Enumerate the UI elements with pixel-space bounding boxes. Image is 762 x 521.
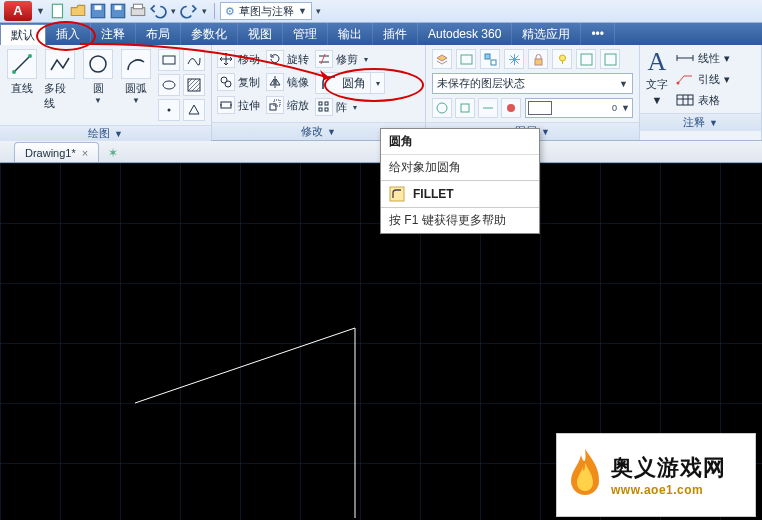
svg-rect-32	[461, 104, 469, 112]
layer-off-icon[interactable]	[552, 49, 572, 69]
arc-icon	[121, 49, 151, 79]
svg-rect-4	[115, 5, 122, 10]
svg-rect-24	[461, 55, 472, 64]
ellipse-icon[interactable]	[158, 74, 180, 96]
region-icon[interactable]	[183, 99, 205, 121]
qat-customize[interactable]: ▾	[314, 6, 323, 16]
rotate-button[interactable]: 旋转	[266, 49, 309, 69]
plot-icon[interactable]	[129, 2, 147, 20]
tab-featured[interactable]: 精选应用	[512, 23, 581, 45]
stretch-button[interactable]: 拉伸	[217, 95, 260, 115]
svg-rect-27	[535, 59, 542, 65]
copy-icon	[217, 73, 235, 91]
app-logo[interactable]: A	[4, 1, 32, 21]
polyline-button[interactable]: 多段线	[44, 49, 76, 111]
ribbon-tabs: 默认 插入 注释 布局 参数化 视图 管理 输出 插件 Autodesk 360…	[0, 23, 762, 45]
polyline-icon	[45, 49, 75, 79]
trim-button[interactable]: 修剪▾	[315, 49, 371, 69]
layer-iso-icon[interactable]	[480, 49, 500, 69]
layer-state-select[interactable]: 未保存的图层状态▼	[432, 73, 633, 94]
line-button[interactable]: 直线	[6, 49, 38, 96]
layer-more-icon[interactable]	[600, 49, 620, 69]
tab-layout[interactable]: 布局	[136, 23, 181, 45]
tooltip-title: 圆角	[381, 129, 539, 155]
new-tab-button[interactable]: ✶	[103, 144, 123, 162]
tab-insert[interactable]: 插入	[46, 23, 91, 45]
tab-output[interactable]: 输出	[328, 23, 373, 45]
tab-view[interactable]: 视图	[238, 23, 283, 45]
point-icon[interactable]	[158, 99, 180, 121]
mirror-button[interactable]: 镜像	[266, 72, 309, 92]
watermark-url: www.aoe1.com	[611, 483, 726, 497]
close-tab-icon[interactable]: ×	[82, 147, 88, 159]
mirror-icon	[266, 73, 284, 91]
layer-match-icon[interactable]	[576, 49, 596, 69]
svg-rect-23	[325, 108, 328, 111]
watermark: 奥义游戏网 www.aoe1.com	[556, 433, 756, 517]
tab-default[interactable]: 默认	[0, 24, 46, 45]
text-button[interactable]: A 文字 ▼	[646, 49, 668, 109]
array-button[interactable]: 阵▾	[315, 97, 360, 117]
tab-parametric[interactable]: 参数化	[181, 23, 238, 45]
layer-freeze-icon[interactable]	[504, 49, 524, 69]
fillet-button[interactable]: 圆角	[315, 72, 371, 94]
leader-button[interactable]: 引线▾	[676, 70, 730, 88]
layer-current-select[interactable]: 0 ▼	[525, 98, 633, 118]
table-icon	[676, 93, 694, 107]
gear-icon: ⚙	[225, 5, 235, 18]
svg-point-34	[677, 82, 680, 85]
undo-icon[interactable]	[149, 2, 167, 20]
tooltip-help: 按 F1 键获得更多帮助	[381, 207, 539, 233]
layer-prop-4[interactable]	[501, 98, 521, 118]
svg-rect-19	[274, 100, 280, 106]
layer-states-icon[interactable]	[456, 49, 476, 69]
svg-point-8	[12, 70, 16, 74]
rotate-icon	[266, 50, 284, 68]
undo-dropdown[interactable]: ▾	[169, 6, 178, 16]
new-icon[interactable]	[49, 2, 67, 20]
spline-icon[interactable]	[183, 49, 205, 71]
tab-manage[interactable]: 管理	[283, 23, 328, 45]
svg-line-7	[14, 56, 30, 72]
redo-dropdown[interactable]: ▾	[200, 6, 209, 16]
quick-access-toolbar: A ▼ ▾ ▾ ⚙ 草图与注释 ▼ ▾	[0, 0, 762, 23]
svg-rect-29	[581, 54, 592, 65]
tab-extra[interactable]: •••	[581, 23, 615, 45]
fillet-dropdown[interactable]: ▾	[371, 72, 385, 94]
copy-button[interactable]: 复制	[217, 72, 260, 92]
layer-prop-2[interactable]	[455, 98, 475, 118]
layer-lock-icon[interactable]	[528, 49, 548, 69]
panel-annot-title[interactable]: 注释▼	[640, 113, 761, 131]
app-menu-dropdown[interactable]: ▼	[34, 6, 47, 16]
tab-annotate[interactable]: 注释	[91, 23, 136, 45]
open-icon[interactable]	[69, 2, 87, 20]
layer-properties-icon[interactable]	[432, 49, 452, 69]
circle-button[interactable]: 圆▼	[82, 49, 114, 104]
svg-point-16	[225, 81, 231, 87]
svg-point-33	[507, 104, 515, 112]
saveas-icon[interactable]	[109, 2, 127, 20]
layer-prop-3[interactable]	[478, 98, 498, 118]
svg-rect-18	[270, 104, 276, 110]
hatch-icon[interactable]	[183, 74, 205, 96]
scale-button[interactable]: 缩放	[266, 95, 309, 115]
layer-prop-1[interactable]	[432, 98, 452, 118]
move-button[interactable]: 移动	[217, 49, 260, 69]
move-icon	[217, 50, 235, 68]
tab-a360[interactable]: Autodesk 360	[418, 23, 512, 45]
tooltip-command: FILLET	[381, 181, 539, 207]
tab-addins[interactable]: 插件	[373, 23, 418, 45]
save-icon[interactable]	[89, 2, 107, 20]
workspace-selector[interactable]: ⚙ 草图与注释 ▼	[220, 2, 312, 20]
redo-icon[interactable]	[180, 2, 198, 20]
panel-layers: 未保存的图层状态▼ 0 ▼ 图层▼	[426, 45, 640, 140]
rectangle-icon[interactable]	[158, 49, 180, 71]
doc-tab-drawing1[interactable]: Drawing1* ×	[14, 142, 99, 162]
panel-draw-title[interactable]: 绘图▼	[0, 125, 211, 141]
arc-button[interactable]: 圆弧▼	[120, 49, 152, 104]
dimension-linear[interactable]: 线性▾	[676, 49, 730, 67]
watermark-title: 奥义游戏网	[611, 453, 726, 483]
table-button[interactable]: 表格	[676, 91, 730, 109]
svg-point-28	[559, 55, 565, 61]
svg-rect-2	[95, 5, 102, 10]
